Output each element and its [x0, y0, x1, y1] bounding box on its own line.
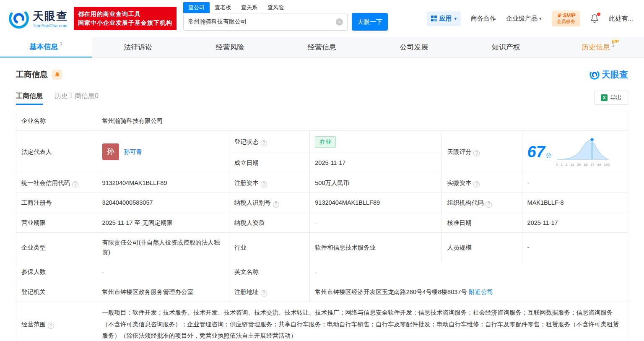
tab-company-development-label: 公司发展	[400, 42, 428, 52]
cooperation-label: 商务合作	[471, 15, 496, 23]
question-icon[interactable]: ?	[473, 150, 480, 156]
search-box: ×	[183, 13, 348, 31]
score-distribution-chart	[556, 136, 610, 162]
watermark-label: 天眼查	[602, 69, 628, 81]
company-type-label: 企业类型	[16, 233, 97, 262]
axis-tick: 85	[584, 162, 587, 167]
svip-label: ♛ SVIP	[557, 12, 576, 18]
table-row: 企业名称 常州瀚骑科技有限公司	[16, 111, 628, 131]
question-icon[interactable]: ?	[48, 323, 54, 329]
question-icon[interactable]: ?	[261, 140, 267, 146]
user-account-link[interactable]: 此处有...	[609, 15, 633, 23]
business-cooperation-link[interactable]: 商务合作	[471, 15, 496, 23]
score-unit: 分	[546, 152, 552, 159]
search-tab-boss[interactable]: 查老板	[210, 2, 236, 13]
legal-rep-cell: 孙 孙可青	[97, 131, 229, 173]
slogan-line1: 都在用的商业查询工具	[78, 10, 172, 18]
tab-history-info-badge: 1	[612, 42, 615, 48]
reg-address-label-text: 注册地址	[234, 289, 259, 295]
reg-capital-value: 500万人民币	[310, 173, 442, 193]
tianyancha-logo-icon	[589, 70, 600, 80]
score-label-text: 天眼评分	[447, 148, 471, 155]
apps-label: 应用	[439, 15, 452, 23]
crown-icon: ♛	[557, 12, 562, 18]
search-input[interactable]	[188, 18, 336, 25]
table-row: 参保人数 - 英文名称 -	[16, 262, 628, 282]
notification-bell[interactable]	[590, 14, 599, 23]
search-tab-risk[interactable]: 查风险	[262, 2, 289, 13]
paid-capital-value: -	[522, 173, 628, 193]
reg-address-text: 常州市钟楼区经济开发区玉龙南路280号4号楼8楼8037号	[315, 289, 467, 295]
tab-operation-risk-label: 经营风险	[216, 42, 244, 52]
table-row: 统一社会信用代码? 91320404MAK1BLLF89 注册资本? 500万人…	[16, 173, 628, 193]
table-row: 工商注册号 320404000583057 纳税人识别号? 91320404MA…	[16, 193, 628, 213]
search-tab-relation[interactable]: 查关系	[236, 2, 262, 13]
english-name-label: 英文名称	[229, 262, 310, 282]
org-code-label: 组织机构代码?	[442, 193, 522, 213]
notification-dot	[597, 13, 600, 16]
company-name-value: 常州瀚骑科技有限公司	[97, 111, 628, 131]
tab-legal-litigation-label: 法律诉讼	[124, 42, 152, 52]
apps-menu[interactable]: 应用 ▾	[427, 11, 461, 26]
clear-search-icon[interactable]: ×	[336, 18, 343, 26]
tianyancha-watermark: 天眼查	[589, 69, 628, 81]
reg-authority-value: 常州市钟楼区政务服务管理办公室	[97, 282, 229, 302]
tab-operation-info[interactable]: 经营信息	[276, 37, 368, 57]
tianyancha-logo[interactable]: 天眼查 TianYanCha.com	[8, 8, 68, 29]
question-icon[interactable]: ?	[473, 181, 480, 187]
reg-number-label: 工商注册号	[16, 193, 97, 213]
subscribe-bell-button[interactable]	[52, 70, 62, 80]
tab-company-development[interactable]: 公司发展	[368, 37, 460, 57]
export-button[interactable]: X 导出	[595, 91, 628, 105]
industry-label: 行业	[229, 233, 310, 262]
tab-intellectual-property[interactable]: 知识产权	[460, 37, 552, 57]
subtab-history-business-info[interactable]: 历史工商信息0	[55, 92, 99, 105]
question-icon[interactable]: ?	[486, 201, 492, 208]
question-icon[interactable]: ?	[273, 201, 279, 208]
business-scope-label-text: 经营范围	[21, 321, 46, 328]
reg-authority-label: 登记机关	[16, 282, 97, 302]
business-term-value: 2025-11-17 至 无固定期限	[97, 213, 229, 232]
page-header: 天眼查 TianYanCha.com 都在用的商业查询工具 国家中小企业发展子基…	[0, 0, 644, 37]
slogan-line2: 国家中小企业发展子基金旗下机构	[78, 18, 172, 27]
export-label: 导出	[610, 94, 622, 102]
axis-tick: 1	[561, 162, 562, 167]
tab-operation-info-label: 经营信息	[308, 42, 336, 52]
main-content: 工商信息 天眼查 工商信息 历史工商信息0 X 导出	[0, 69, 644, 341]
question-icon[interactable]: ?	[261, 181, 267, 187]
apps-grid-icon	[431, 16, 437, 21]
svip-service-label: 会员服务	[557, 18, 576, 25]
axis-tick: 97	[590, 162, 594, 167]
axis-tick: 15	[570, 162, 574, 167]
legal-rep-link[interactable]: 孙可青	[124, 147, 143, 156]
approval-date-value: 2025-11-17	[522, 213, 628, 232]
tianyancha-logo-icon	[8, 8, 29, 29]
tab-basic-info-label: 基本信息	[29, 42, 58, 52]
svip-text: SVIP	[563, 12, 576, 18]
svip-membership-button[interactable]: ♛ SVIP 会员服务	[552, 10, 581, 26]
reg-status-label-text: 登记状态	[234, 138, 259, 145]
score-chart: 0 1 3 15 50 85 97 99 100	[556, 136, 610, 167]
enterprise-products-link[interactable]: 企业级产品 ▾	[506, 15, 542, 23]
tab-basic-info[interactable]: 基本信息 2	[0, 37, 92, 57]
tab-legal-litigation[interactable]: 法律诉讼	[92, 37, 184, 57]
insured-count-value: -	[97, 262, 229, 282]
taxpayer-id-label: 纳税人识别号?	[229, 193, 310, 213]
axis-tick: 3	[566, 162, 567, 167]
establish-date-label: 成立日期	[229, 153, 310, 173]
nearby-companies-link[interactable]: 附近公司	[469, 289, 493, 295]
reg-number-value: 320404000583057	[97, 193, 229, 213]
subtab-business-info[interactable]: 工商信息	[16, 92, 43, 105]
section-sub-tabs: 工商信息 历史工商信息0 X 导出	[16, 91, 628, 105]
tab-history-info[interactable]: VIP 历史信息 1	[552, 37, 644, 57]
tab-intellectual-property-label: 知识产权	[492, 42, 520, 52]
question-icon[interactable]: ?	[72, 181, 78, 187]
search-tab-company[interactable]: 查公司	[183, 2, 210, 13]
tab-operation-risk[interactable]: 经营风险	[184, 37, 276, 57]
question-icon[interactable]: ?	[261, 290, 267, 297]
staff-size-value: -	[522, 233, 628, 262]
business-scope-label: 经营范围?	[16, 302, 97, 341]
business-scope-value: 一般项目：软件开发；技术服务、技术开发、技术咨询、技术交流、技术转让、技术推广；…	[97, 302, 628, 341]
axis-tick: 99	[597, 162, 601, 167]
search-button[interactable]: 天眼一下	[352, 13, 388, 31]
